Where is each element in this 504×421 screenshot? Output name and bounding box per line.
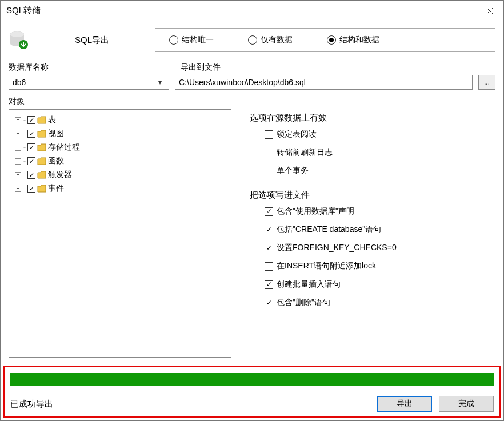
expand-icon[interactable]: + bbox=[15, 186, 21, 192]
option-label: 包含"删除"语句 bbox=[277, 298, 330, 308]
tree-connector: ┈ bbox=[23, 117, 26, 123]
radio-data-only[interactable]: 仅有数据 bbox=[248, 35, 293, 45]
checkbox-icon[interactable]: ✓ bbox=[27, 171, 35, 179]
tree-item-label: 表 bbox=[48, 115, 56, 125]
options-panel: 选项在源数据上有效 锁定表阅读 转储前刷新日志 单个事务 把选项写进文件 ✓ 包… bbox=[245, 109, 495, 358]
checkbox-icon[interactable]: ✓ bbox=[27, 130, 35, 138]
option-lock-tables[interactable]: 锁定表阅读 bbox=[265, 127, 495, 142]
tree-item-tables[interactable]: + ┈ ✓ 表 bbox=[13, 113, 227, 127]
close-button[interactable] bbox=[476, 1, 503, 21]
window-title: SQL转储 bbox=[6, 5, 476, 16]
file-options-title: 把选项写进文件 bbox=[250, 190, 495, 201]
option-create-database[interactable]: ✓ 包括"CREATE database"语句 bbox=[265, 222, 495, 237]
dialog-content: SQL导出 结构唯一 仅有数据 结构和数据 数据库名称 导出到文件 bbox=[1, 21, 503, 362]
done-button-label: 完成 bbox=[458, 399, 474, 409]
expand-icon[interactable]: + bbox=[15, 131, 21, 137]
option-use-database[interactable]: ✓ 包含"使用数据库"声明 bbox=[265, 204, 495, 219]
tree-connector: ┈ bbox=[23, 158, 26, 165]
checkbox-icon[interactable]: ✓ bbox=[27, 116, 35, 124]
checkbox-icon[interactable]: ✓ bbox=[265, 280, 273, 289]
checkbox-icon[interactable]: ✓ bbox=[265, 226, 273, 234]
folder-icon bbox=[37, 185, 46, 193]
checkbox-icon[interactable] bbox=[265, 167, 273, 175]
chevron-down-icon: ▾ bbox=[155, 78, 165, 86]
file-path-input[interactable]: C:\Users\xuwinboo\Desktop\db6.sql bbox=[175, 75, 473, 90]
filepath-label: 导出到文件 bbox=[181, 62, 495, 73]
folder-icon bbox=[37, 116, 46, 124]
radio-structure-only[interactable]: 结构唯一 bbox=[169, 35, 214, 45]
checkbox-icon[interactable]: ✓ bbox=[265, 207, 273, 216]
export-mode-radio-group: 结构唯一 仅有数据 结构和数据 bbox=[155, 28, 495, 52]
checkbox-icon[interactable]: ✓ bbox=[27, 185, 35, 193]
labels-row: 数据库名称 导出到文件 bbox=[9, 62, 495, 73]
status-message: 已成功导出 bbox=[10, 399, 370, 410]
tree-item-functions[interactable]: + ┈ ✓ 函数 bbox=[13, 154, 227, 168]
checkbox-icon[interactable]: ✓ bbox=[27, 157, 35, 165]
dialog-window: SQL转储 SQL导出 结构唯一 bbox=[0, 0, 504, 421]
folder-icon bbox=[37, 143, 46, 151]
checkbox-icon[interactable] bbox=[265, 149, 273, 157]
option-label: 转储前刷新日志 bbox=[277, 147, 333, 158]
header-row: SQL导出 结构唯一 仅有数据 结构和数据 bbox=[9, 28, 495, 52]
database-select[interactable]: db6 ▾ bbox=[9, 75, 169, 90]
option-single-transaction[interactable]: 单个事务 bbox=[265, 163, 495, 178]
folder-icon bbox=[37, 130, 46, 138]
inputs-row: db6 ▾ C:\Users\xuwinboo\Desktop\db6.sql … bbox=[9, 75, 495, 90]
tree-item-views[interactable]: + ┈ ✓ 视图 bbox=[13, 127, 227, 141]
option-label: 包括"CREATE database"语句 bbox=[277, 224, 381, 235]
option-bulk-insert[interactable]: ✓ 创建批量插入语句 bbox=[265, 277, 495, 292]
option-flush-logs[interactable]: 转储前刷新日志 bbox=[265, 145, 495, 160]
tree-connector: ┈ bbox=[23, 186, 26, 192]
radio-icon bbox=[248, 35, 257, 45]
tree-item-procedures[interactable]: + ┈ ✓ 存储过程 bbox=[13, 141, 227, 154]
objects-tree[interactable]: + ┈ ✓ 表 + ┈ ✓ 视图 + ┈ ✓ bbox=[9, 109, 231, 358]
browse-button[interactable]: ... bbox=[478, 75, 495, 90]
ellipsis-icon: ... bbox=[484, 78, 490, 86]
tree-item-events[interactable]: + ┈ ✓ 事件 bbox=[13, 182, 227, 195]
option-label: 锁定表阅读 bbox=[277, 129, 317, 139]
radio-structure-and-data[interactable]: 结构和数据 bbox=[327, 35, 379, 45]
close-icon bbox=[486, 7, 493, 14]
radio-label: 结构和数据 bbox=[339, 35, 379, 45]
database-export-icon bbox=[9, 30, 29, 50]
status-area: 已成功导出 导出 完成 bbox=[3, 366, 501, 418]
titlebar: SQL转储 bbox=[1, 1, 503, 21]
database-select-value: db6 bbox=[13, 78, 155, 87]
option-foreign-key-checks[interactable]: ✓ 设置FOREIGN_KEY_CHECKS=0 bbox=[265, 240, 495, 255]
dbname-label: 数据库名称 bbox=[9, 62, 169, 73]
folder-icon bbox=[37, 157, 46, 165]
tree-connector: ┈ bbox=[23, 131, 26, 137]
svg-point-3 bbox=[10, 31, 24, 37]
expand-icon[interactable]: + bbox=[15, 158, 21, 165]
tree-item-label: 触发器 bbox=[48, 170, 72, 180]
tree-item-triggers[interactable]: + ┈ ✓ 触发器 bbox=[13, 168, 227, 182]
checkbox-icon[interactable]: ✓ bbox=[265, 244, 273, 252]
expand-icon[interactable]: + bbox=[15, 172, 21, 178]
option-label: 单个事务 bbox=[277, 166, 309, 176]
file-path-value: C:\Users\xuwinboo\Desktop\db6.sql bbox=[179, 78, 306, 87]
tree-item-label: 函数 bbox=[48, 156, 64, 166]
checkbox-icon[interactable]: ✓ bbox=[265, 299, 273, 307]
tree-connector: ┈ bbox=[23, 172, 26, 178]
export-type-label: SQL导出 bbox=[35, 35, 149, 46]
progress-bar bbox=[10, 373, 494, 386]
expand-icon[interactable]: + bbox=[15, 117, 21, 123]
folder-icon bbox=[37, 171, 46, 179]
mid-row: + ┈ ✓ 表 + ┈ ✓ 视图 + ┈ ✓ bbox=[9, 109, 495, 358]
checkbox-icon[interactable]: ✓ bbox=[27, 143, 35, 151]
option-label: 设置FOREIGN_KEY_CHECKS=0 bbox=[277, 243, 397, 253]
expand-icon[interactable]: + bbox=[15, 145, 21, 151]
option-label: 创建批量插入语句 bbox=[277, 279, 341, 290]
option-include-drop[interactable]: ✓ 包含"删除"语句 bbox=[265, 295, 495, 310]
radio-label: 结构唯一 bbox=[182, 35, 214, 45]
done-button[interactable]: 完成 bbox=[439, 396, 494, 412]
export-button[interactable]: 导出 bbox=[377, 396, 432, 412]
checkbox-icon[interactable] bbox=[265, 262, 273, 271]
objects-label: 对象 bbox=[9, 97, 495, 107]
checkbox-icon[interactable] bbox=[265, 130, 273, 139]
option-label: 包含"使用数据库"声明 bbox=[277, 206, 354, 216]
option-label: 在INSERT语句附近添加lock bbox=[277, 261, 376, 271]
radio-icon bbox=[169, 35, 178, 45]
option-insert-lock[interactable]: 在INSERT语句附近添加lock bbox=[265, 259, 495, 274]
export-button-label: 导出 bbox=[397, 399, 413, 409]
